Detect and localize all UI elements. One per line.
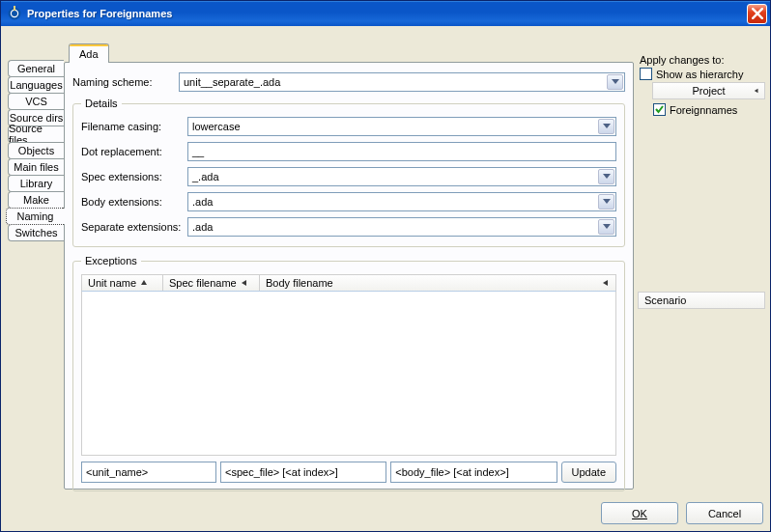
tab-label: Ada (79, 48, 99, 60)
cancel-button[interactable]: Cancel (686, 502, 763, 524)
exceptions-group: Exceptions Unit name Spec filename Body … (72, 255, 625, 491)
details-group: Details Filename casing: lowercase Dot r… (72, 98, 625, 247)
dot-replacement-label: Dot replacement: (81, 146, 187, 157)
unit-name-input[interactable] (81, 462, 216, 483)
col-body-filename[interactable]: Body filename (260, 275, 615, 291)
combo-value: .ada (192, 196, 213, 208)
body-ext-label: Body extensions: (81, 196, 187, 208)
apply-changes-label: Apply changes to: (638, 54, 765, 66)
tab-label: VCS (25, 96, 47, 107)
col-label: Unit name (88, 277, 136, 289)
sort-left-icon (241, 279, 248, 287)
window-title: Properties for Foreignnames (27, 8, 747, 19)
client-area: General Languages VCS Source dirs Source… (0, 25, 771, 532)
tab-source-files[interactable]: Source files (8, 126, 64, 143)
tab-objects[interactable]: Objects (8, 142, 64, 159)
tab-switches[interactable]: Switches (8, 224, 64, 241)
combo-value: unit__separate_.ada (184, 76, 280, 88)
app-icon (7, 6, 22, 21)
chevron-down-icon[interactable] (598, 169, 614, 184)
tab-label: Library (20, 178, 53, 189)
separate-ext-combo[interactable]: .ada (187, 217, 616, 237)
tab-make[interactable]: Make (8, 191, 64, 209)
ok-button[interactable]: OK (601, 502, 678, 524)
input-value: __ (192, 146, 204, 157)
spec-ext-label: Spec extensions: (81, 171, 187, 182)
filename-casing-label: Filename casing: (81, 121, 187, 132)
scenario-label: Scenario (644, 294, 686, 306)
chevron-down-icon[interactable] (598, 219, 614, 235)
filename-casing-combo[interactable]: lowercase (187, 117, 616, 136)
combo-value: .ada (192, 221, 213, 233)
scenario-header[interactable]: Scenario (638, 292, 765, 309)
show-hierarchy-checkbox[interactable] (640, 68, 652, 80)
tree-item-label: Foreignnames (670, 104, 737, 116)
project-tree: Foreignnames (640, 103, 765, 116)
combo-value: lowercase (192, 121, 241, 132)
body-ext-combo[interactable]: .ada (187, 192, 616, 211)
tab-label: General (17, 63, 55, 74)
tab-label: Languages (10, 79, 62, 91)
col-label: Spec filename (169, 277, 237, 289)
tree-item-foreignnames[interactable]: Foreignnames (640, 103, 765, 116)
tab-label: Switches (14, 227, 57, 238)
spec-file-input[interactable] (220, 462, 386, 483)
category-tabs: General Languages VCS Source dirs Source… (8, 60, 64, 240)
tree-item-checkbox[interactable] (653, 103, 666, 116)
button-label: OK (632, 508, 647, 519)
apply-changes-pane: Apply changes to: Show as hierarchy Proj… (638, 54, 765, 495)
chevron-down-icon[interactable] (598, 194, 614, 210)
details-legend: Details (81, 98, 122, 109)
exceptions-table-body[interactable] (81, 292, 616, 456)
tab-general[interactable]: General (8, 60, 64, 77)
tab-label: Make (23, 194, 49, 206)
sort-left-icon (602, 279, 610, 287)
sort-asc-icon (140, 279, 148, 287)
col-unit-name[interactable]: Unit name (82, 275, 163, 291)
tab-ada[interactable]: Ada (69, 43, 109, 63)
tab-label: Naming (17, 210, 54, 222)
tab-library[interactable]: Library (8, 175, 64, 192)
tab-main-files[interactable]: Main files (8, 158, 64, 176)
tab-naming[interactable]: Naming (6, 208, 64, 225)
close-button[interactable] (747, 4, 767, 24)
title-bar: Properties for Foreignnames (1, 1, 770, 26)
svg-point-2 (12, 11, 17, 16)
show-hierarchy-label: Show as hierarchy (656, 69, 744, 80)
tab-label: Main files (14, 161, 58, 173)
tab-languages[interactable]: Languages (8, 76, 64, 94)
dropdown-value: Project (692, 85, 725, 97)
naming-scheme-combo[interactable]: unit__separate_.ada (179, 72, 625, 92)
chevron-down-icon[interactable] (598, 119, 614, 134)
exceptions-table-header: Unit name Spec filename Body filename (81, 274, 616, 292)
tab-label: Objects (18, 145, 54, 156)
update-button[interactable]: Update (561, 462, 616, 483)
body-file-input[interactable] (390, 462, 557, 483)
col-spec-filename[interactable]: Spec filename (163, 275, 260, 291)
combo-value: _.ada (192, 171, 219, 182)
exceptions-legend: Exceptions (81, 255, 141, 266)
spec-ext-combo[interactable]: _.ada (187, 167, 616, 186)
naming-panel: Ada Naming scheme: unit__separate_.ada D… (64, 62, 634, 490)
dot-replacement-input[interactable]: __ (187, 142, 616, 161)
tab-vcs[interactable]: VCS (8, 93, 64, 110)
chevron-down-icon[interactable] (607, 74, 623, 90)
project-dropdown[interactable]: Project (652, 82, 765, 99)
svg-rect-3 (14, 6, 15, 11)
col-label: Body filename (266, 277, 333, 289)
dialog-footer: OK Cancel (601, 502, 763, 524)
separate-ext-label: Separate extensions: (81, 221, 187, 233)
naming-scheme-label: Naming scheme: (72, 76, 179, 88)
sort-left-icon (753, 88, 760, 94)
